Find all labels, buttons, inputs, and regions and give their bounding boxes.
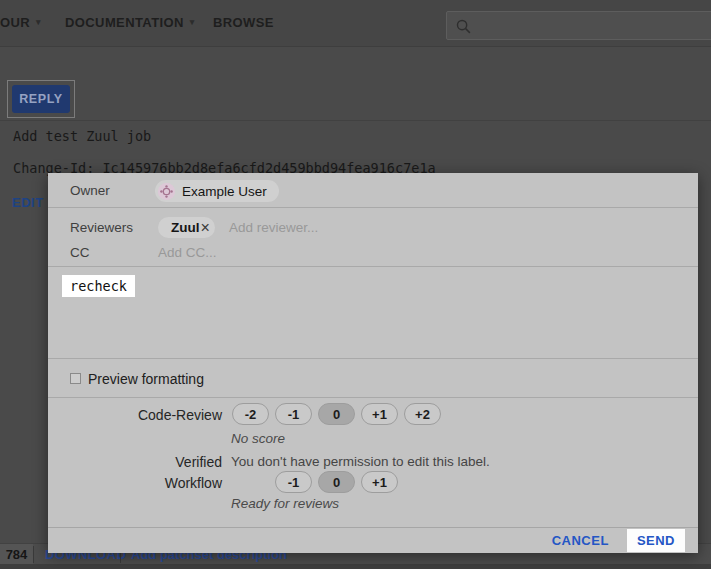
close-icon[interactable]: × xyxy=(201,220,210,236)
workflow-status: Ready for reviews xyxy=(231,496,339,511)
divider xyxy=(48,358,698,359)
cancel-button[interactable]: CANCEL xyxy=(552,533,609,548)
top-navigation-bar: OUR▾ DOCUMENTATION▾ BROWSE xyxy=(0,0,711,47)
search-icon xyxy=(455,18,472,35)
avatar-identicon-icon xyxy=(158,183,175,200)
preview-formatting-checkbox[interactable] xyxy=(70,373,81,384)
owner-chip-name: Example User xyxy=(182,184,267,199)
nav-item-browse-label: BROWSE xyxy=(213,15,274,30)
reviewer-chip-name: Zuul xyxy=(171,220,200,235)
nav-item-browse[interactable]: BROWSE xyxy=(213,15,274,33)
divider xyxy=(0,120,711,121)
reviewers-label: Reviewers xyxy=(70,220,133,235)
reply-message-textarea[interactable]: recheck xyxy=(62,275,135,297)
divider xyxy=(48,397,698,398)
divider xyxy=(48,266,698,267)
verified-label: Verified xyxy=(48,454,222,470)
verified-permission-message: You don't have permission to edit this l… xyxy=(231,454,490,469)
nav-item-documentation[interactable]: DOCUMENTATION▾ xyxy=(65,15,195,33)
workflow-vote-buttons: -1 0 +1 xyxy=(275,471,398,493)
patchset-number[interactable]: 784 xyxy=(0,544,33,565)
vote-button-plus2[interactable]: +2 xyxy=(404,403,441,425)
code-review-vote-buttons: -2 -1 0 +1 +2 xyxy=(232,403,441,425)
cc-label: CC xyxy=(70,245,90,260)
vote-button-minus1[interactable]: -1 xyxy=(275,471,312,493)
vote-button-minus2[interactable]: -2 xyxy=(232,403,269,425)
owner-label: Owner xyxy=(70,183,110,198)
dialog-footer: CANCEL SEND xyxy=(48,527,698,553)
add-reviewer-input[interactable]: Add reviewer... xyxy=(229,220,318,235)
reply-button[interactable]: REPLY xyxy=(12,85,70,113)
nav-item-documentation-label: DOCUMENTATION xyxy=(65,15,184,30)
add-cc-input[interactable]: Add CC... xyxy=(158,245,217,260)
avatar xyxy=(158,183,175,200)
preview-formatting-label: Preview formatting xyxy=(88,371,204,387)
vote-button-plus1[interactable]: +1 xyxy=(361,403,398,425)
nav-item-your-label: OUR xyxy=(0,15,30,30)
reply-dialog: Owner Example User Reviewers Zuul × Add … xyxy=(48,173,698,553)
workflow-label: Workflow xyxy=(48,475,222,491)
chevron-down-icon: ▾ xyxy=(36,17,41,27)
bottom-strip xyxy=(0,564,711,569)
divider xyxy=(33,546,34,563)
nav-item-your[interactable]: OUR▾ xyxy=(0,15,41,33)
code-review-status: No score xyxy=(231,431,285,446)
edit-link[interactable]: EDIT xyxy=(12,195,44,210)
vote-button-plus1[interactable]: +1 xyxy=(361,471,398,493)
divider xyxy=(48,207,698,208)
search-input[interactable] xyxy=(446,11,711,40)
code-review-label: Code-Review xyxy=(48,407,222,423)
send-button[interactable]: SEND xyxy=(627,529,685,552)
reply-button-focus-ring: REPLY xyxy=(7,80,75,118)
owner-chip[interactable]: Example User xyxy=(155,180,279,202)
vote-button-zero-selected[interactable]: 0 xyxy=(318,403,355,425)
chevron-down-icon: ▾ xyxy=(190,17,195,27)
vote-button-zero-selected[interactable]: 0 xyxy=(318,471,355,493)
reviewer-chip-zuul[interactable]: Zuul × xyxy=(158,217,215,238)
vote-button-minus1[interactable]: -1 xyxy=(275,403,312,425)
commit-message-subject: Add test Zuul job xyxy=(13,128,151,144)
gerrit-change-screen: OUR▾ DOCUMENTATION▾ BROWSE REPLY Add tes… xyxy=(0,0,711,569)
